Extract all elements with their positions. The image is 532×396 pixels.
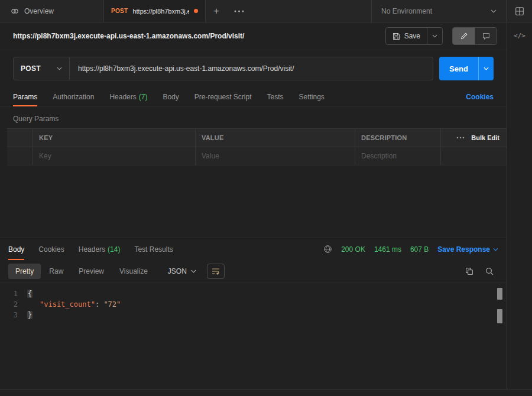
code-line: 2 "visit_count": "72" (0, 299, 507, 310)
edit-pencil-button[interactable] (453, 28, 475, 44)
tab-pre-request-script[interactable]: Pre-request Script (194, 87, 252, 106)
cookies-link[interactable]: Cookies (466, 87, 494, 106)
response-tab-headers[interactable]: Headers (14) (79, 238, 121, 260)
save-response-label: Save Response (437, 245, 490, 254)
environment-label: No Environment (381, 7, 432, 15)
pencil-icon (460, 33, 468, 40)
query-params-table: KEY VALUE DESCRIPTION Bul (7, 128, 507, 165)
chevron-down-icon (57, 67, 62, 70)
method-label: POST (21, 64, 41, 73)
response-time[interactable]: 1461 ms (374, 245, 401, 254)
save-options-chevron-icon[interactable] (427, 28, 442, 44)
more-options-icon[interactable] (456, 137, 465, 139)
response-tab-body[interactable]: Body (8, 238, 24, 260)
json-value: "72" (103, 300, 121, 309)
send-options-chevron-icon[interactable] (478, 57, 494, 80)
tab-overview[interactable]: Overview (0, 0, 104, 22)
column-header-description: DESCRIPTION (355, 134, 413, 141)
response-toolbar: Pretty Raw Preview Visualize JSON (0, 260, 507, 283)
response-tab-test-results[interactable]: Test Results (134, 238, 173, 260)
tab-params[interactable]: Params (13, 87, 37, 106)
save-icon (392, 33, 400, 40)
save-button-group: Save (385, 27, 443, 45)
code-snippet-icon[interactable]: </> (514, 32, 525, 389)
request-title: https://pl8h7bxm3j.execute-api.us-east-1… (13, 32, 385, 40)
code-line: 3 } (0, 310, 507, 320)
param-key-input[interactable] (33, 152, 195, 160)
close-brace[interactable]: } (27, 311, 33, 319)
tab-request-active[interactable]: POST https://pl8h7bxm3j.ex (104, 0, 206, 22)
overview-icon (11, 7, 19, 15)
param-value-input[interactable] (196, 152, 355, 160)
format-label: JSON (168, 267, 187, 275)
url-input[interactable] (70, 64, 433, 73)
url-field-container (70, 57, 433, 80)
response-tab-cookies[interactable]: Cookies (38, 238, 64, 260)
response-tab-headers-label: Headers (79, 245, 105, 254)
response-tab-cookies-label: Cookies (38, 245, 64, 254)
copy-icon[interactable] (465, 267, 473, 275)
chevron-down-icon (493, 248, 498, 251)
response-tabs: Body Cookies Headers (14) Test Results (0, 238, 507, 260)
tab-settings[interactable]: Settings (299, 87, 325, 106)
response-body-viewer[interactable]: 1 { 2 "visit_count": "72" 3 } (0, 283, 507, 389)
chevron-down-icon (191, 270, 196, 273)
bulk-edit-button[interactable]: Bulk Edit (471, 134, 499, 141)
environment-selector[interactable]: No Environment (371, 0, 506, 22)
environment-quick-look-icon[interactable] (506, 0, 532, 22)
save-response-button[interactable]: Save Response (437, 245, 498, 254)
param-description-input[interactable] (355, 152, 440, 160)
view-raw-button[interactable]: Raw (42, 264, 70, 279)
request-tab-url: https://pl8h7bxm3j.ex (132, 8, 189, 15)
response-size[interactable]: 607 B (410, 245, 429, 254)
documentation-comment-group (452, 27, 497, 45)
method-dropdown[interactable]: POST (13, 57, 70, 80)
save-button-label: Save (404, 32, 420, 40)
tab-options-icon[interactable] (227, 0, 251, 22)
column-header-value: VALUE (196, 134, 229, 141)
response-pane: Body Cookies Headers (14) Test Results (0, 238, 507, 389)
header-key-cell: KEY (33, 129, 195, 147)
view-preview-button[interactable]: Preview (72, 264, 111, 279)
column-header-key: KEY (33, 134, 59, 141)
tab-body-label: Body (163, 93, 179, 101)
view-pretty-button[interactable]: Pretty (8, 264, 41, 279)
row-checkbox-cell[interactable] (7, 147, 33, 165)
wrap-text-button[interactable] (207, 264, 225, 279)
scrollbar-thumb[interactable] (497, 288, 502, 300)
row-actions-cell (440, 147, 507, 165)
tab-headers[interactable]: Headers (7) (109, 87, 147, 106)
line-number: 3 (0, 310, 27, 320)
format-dropdown[interactable]: JSON (164, 264, 200, 279)
json-key: "visit_count" (40, 300, 95, 309)
json-separator: : (95, 300, 103, 309)
tab-params-label: Params (13, 93, 37, 101)
code-line: 1 { (0, 288, 507, 299)
response-scrollbar[interactable] (497, 288, 502, 323)
chevron-down-icon (491, 9, 497, 13)
open-brace[interactable]: { (27, 290, 33, 298)
new-tab-button[interactable]: + (206, 0, 227, 22)
row-description-cell (355, 147, 440, 165)
status-badge[interactable]: 200 OK (341, 245, 365, 254)
tab-body[interactable]: Body (163, 87, 179, 106)
response-headers-count-badge: (14) (108, 245, 120, 254)
send-button[interactable]: Send (439, 57, 494, 80)
view-visualize-button[interactable]: Visualize (112, 264, 155, 279)
tabbar-spacer (251, 0, 371, 22)
status-bar (0, 389, 532, 396)
tab-authorization[interactable]: Authorization (53, 87, 94, 106)
search-icon[interactable] (485, 267, 494, 275)
network-globe-icon[interactable] (323, 245, 332, 254)
unsaved-changes-dot (194, 9, 198, 13)
request-pane-spacer (0, 165, 507, 238)
comment-button[interactable] (475, 28, 497, 44)
main-pane: https://pl8h7bxm3j.execute-api.us-east-1… (0, 22, 507, 389)
line-number: 1 (0, 288, 27, 299)
tab-tests[interactable]: Tests (267, 87, 283, 106)
toolbar-right (465, 267, 498, 275)
save-button[interactable]: Save (386, 28, 427, 44)
postman-window: Overview POST https://pl8h7bxm3j.ex + No… (0, 0, 532, 396)
scrollbar-thumb[interactable] (497, 309, 502, 323)
response-tab-test-results-label: Test Results (134, 245, 173, 254)
